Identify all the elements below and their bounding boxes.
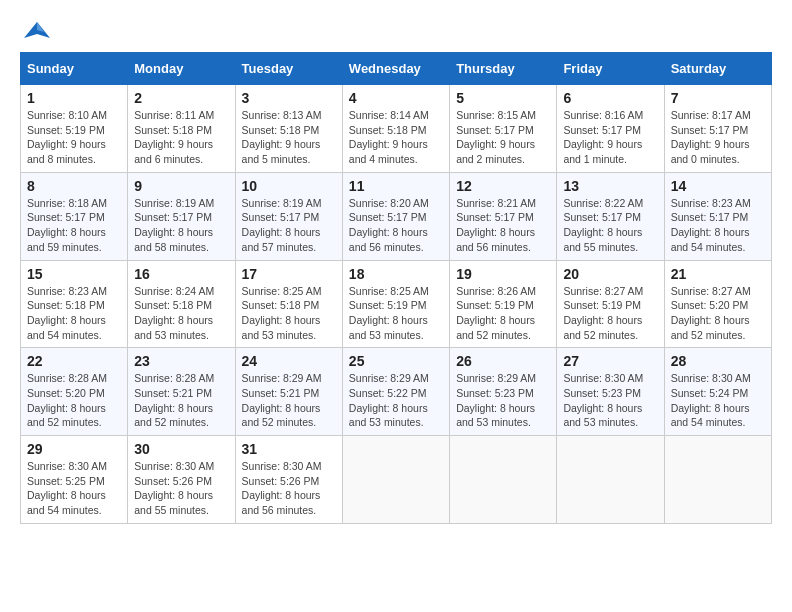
logo: [20, 20, 54, 42]
day-number: 28: [671, 353, 765, 369]
day-number: 9: [134, 178, 228, 194]
day-number: 3: [242, 90, 336, 106]
calendar-cell: 7Sunrise: 8:17 AMSunset: 5:17 PMDaylight…: [664, 85, 771, 173]
day-info: Sunrise: 8:22 AMSunset: 5:17 PMDaylight:…: [563, 196, 657, 255]
day-info: Sunrise: 8:20 AMSunset: 5:17 PMDaylight:…: [349, 196, 443, 255]
calendar-cell: 19Sunrise: 8:26 AMSunset: 5:19 PMDayligh…: [450, 260, 557, 348]
calendar-cell: [450, 436, 557, 524]
day-info: Sunrise: 8:26 AMSunset: 5:19 PMDaylight:…: [456, 284, 550, 343]
calendar-cell: [557, 436, 664, 524]
calendar-cell: 20Sunrise: 8:27 AMSunset: 5:19 PMDayligh…: [557, 260, 664, 348]
day-info: Sunrise: 8:28 AMSunset: 5:21 PMDaylight:…: [134, 371, 228, 430]
day-number: 17: [242, 266, 336, 282]
day-number: 29: [27, 441, 121, 457]
calendar-cell: 5Sunrise: 8:15 AMSunset: 5:17 PMDaylight…: [450, 85, 557, 173]
calendar-cell: 29Sunrise: 8:30 AMSunset: 5:25 PMDayligh…: [21, 436, 128, 524]
day-info: Sunrise: 8:11 AMSunset: 5:18 PMDaylight:…: [134, 108, 228, 167]
page-header: [20, 20, 772, 42]
calendar-cell: 6Sunrise: 8:16 AMSunset: 5:17 PMDaylight…: [557, 85, 664, 173]
day-number: 5: [456, 90, 550, 106]
header-saturday: Saturday: [664, 53, 771, 85]
calendar-cell: [342, 436, 449, 524]
day-number: 7: [671, 90, 765, 106]
day-info: Sunrise: 8:29 AMSunset: 5:23 PMDaylight:…: [456, 371, 550, 430]
day-number: 18: [349, 266, 443, 282]
calendar-cell: 16Sunrise: 8:24 AMSunset: 5:18 PMDayligh…: [128, 260, 235, 348]
day-number: 10: [242, 178, 336, 194]
calendar-cell: 14Sunrise: 8:23 AMSunset: 5:17 PMDayligh…: [664, 172, 771, 260]
calendar-cell: [664, 436, 771, 524]
day-info: Sunrise: 8:30 AMSunset: 5:26 PMDaylight:…: [134, 459, 228, 518]
day-number: 14: [671, 178, 765, 194]
calendar-cell: 2Sunrise: 8:11 AMSunset: 5:18 PMDaylight…: [128, 85, 235, 173]
day-number: 31: [242, 441, 336, 457]
day-number: 1: [27, 90, 121, 106]
day-info: Sunrise: 8:24 AMSunset: 5:18 PMDaylight:…: [134, 284, 228, 343]
calendar-cell: 23Sunrise: 8:28 AMSunset: 5:21 PMDayligh…: [128, 348, 235, 436]
day-info: Sunrise: 8:29 AMSunset: 5:22 PMDaylight:…: [349, 371, 443, 430]
day-info: Sunrise: 8:18 AMSunset: 5:17 PMDaylight:…: [27, 196, 121, 255]
day-number: 4: [349, 90, 443, 106]
calendar-cell: 24Sunrise: 8:29 AMSunset: 5:21 PMDayligh…: [235, 348, 342, 436]
header-thursday: Thursday: [450, 53, 557, 85]
day-number: 11: [349, 178, 443, 194]
day-number: 30: [134, 441, 228, 457]
day-number: 12: [456, 178, 550, 194]
weekday-header-row: Sunday Monday Tuesday Wednesday Thursday…: [21, 53, 772, 85]
day-info: Sunrise: 8:29 AMSunset: 5:21 PMDaylight:…: [242, 371, 336, 430]
day-number: 26: [456, 353, 550, 369]
day-number: 16: [134, 266, 228, 282]
calendar-cell: 28Sunrise: 8:30 AMSunset: 5:24 PMDayligh…: [664, 348, 771, 436]
calendar-cell: 3Sunrise: 8:13 AMSunset: 5:18 PMDaylight…: [235, 85, 342, 173]
day-number: 24: [242, 353, 336, 369]
day-info: Sunrise: 8:27 AMSunset: 5:20 PMDaylight:…: [671, 284, 765, 343]
day-info: Sunrise: 8:28 AMSunset: 5:20 PMDaylight:…: [27, 371, 121, 430]
day-info: Sunrise: 8:14 AMSunset: 5:18 PMDaylight:…: [349, 108, 443, 167]
day-number: 22: [27, 353, 121, 369]
calendar-table: Sunday Monday Tuesday Wednesday Thursday…: [20, 52, 772, 524]
header-sunday: Sunday: [21, 53, 128, 85]
logo-icon: [22, 20, 52, 42]
day-info: Sunrise: 8:23 AMSunset: 5:18 PMDaylight:…: [27, 284, 121, 343]
day-info: Sunrise: 8:15 AMSunset: 5:17 PMDaylight:…: [456, 108, 550, 167]
calendar-cell: 11Sunrise: 8:20 AMSunset: 5:17 PMDayligh…: [342, 172, 449, 260]
day-number: 2: [134, 90, 228, 106]
day-info: Sunrise: 8:30 AMSunset: 5:26 PMDaylight:…: [242, 459, 336, 518]
day-number: 6: [563, 90, 657, 106]
calendar-cell: 18Sunrise: 8:25 AMSunset: 5:19 PMDayligh…: [342, 260, 449, 348]
header-wednesday: Wednesday: [342, 53, 449, 85]
day-info: Sunrise: 8:21 AMSunset: 5:17 PMDaylight:…: [456, 196, 550, 255]
calendar-cell: 4Sunrise: 8:14 AMSunset: 5:18 PMDaylight…: [342, 85, 449, 173]
header-monday: Monday: [128, 53, 235, 85]
calendar-cell: 26Sunrise: 8:29 AMSunset: 5:23 PMDayligh…: [450, 348, 557, 436]
day-number: 21: [671, 266, 765, 282]
calendar-cell: 31Sunrise: 8:30 AMSunset: 5:26 PMDayligh…: [235, 436, 342, 524]
day-number: 27: [563, 353, 657, 369]
calendar-cell: 13Sunrise: 8:22 AMSunset: 5:17 PMDayligh…: [557, 172, 664, 260]
day-info: Sunrise: 8:10 AMSunset: 5:19 PMDaylight:…: [27, 108, 121, 167]
day-number: 23: [134, 353, 228, 369]
day-number: 8: [27, 178, 121, 194]
calendar-cell: 30Sunrise: 8:30 AMSunset: 5:26 PMDayligh…: [128, 436, 235, 524]
calendar-cell: 1Sunrise: 8:10 AMSunset: 5:19 PMDaylight…: [21, 85, 128, 173]
day-info: Sunrise: 8:17 AMSunset: 5:17 PMDaylight:…: [671, 108, 765, 167]
day-info: Sunrise: 8:30 AMSunset: 5:25 PMDaylight:…: [27, 459, 121, 518]
calendar-cell: 15Sunrise: 8:23 AMSunset: 5:18 PMDayligh…: [21, 260, 128, 348]
day-info: Sunrise: 8:25 AMSunset: 5:18 PMDaylight:…: [242, 284, 336, 343]
calendar-cell: 22Sunrise: 8:28 AMSunset: 5:20 PMDayligh…: [21, 348, 128, 436]
day-info: Sunrise: 8:16 AMSunset: 5:17 PMDaylight:…: [563, 108, 657, 167]
day-info: Sunrise: 8:13 AMSunset: 5:18 PMDaylight:…: [242, 108, 336, 167]
day-info: Sunrise: 8:27 AMSunset: 5:19 PMDaylight:…: [563, 284, 657, 343]
calendar-cell: 27Sunrise: 8:30 AMSunset: 5:23 PMDayligh…: [557, 348, 664, 436]
day-number: 25: [349, 353, 443, 369]
day-info: Sunrise: 8:19 AMSunset: 5:17 PMDaylight:…: [134, 196, 228, 255]
calendar-cell: 8Sunrise: 8:18 AMSunset: 5:17 PMDaylight…: [21, 172, 128, 260]
calendar-cell: 17Sunrise: 8:25 AMSunset: 5:18 PMDayligh…: [235, 260, 342, 348]
day-info: Sunrise: 8:25 AMSunset: 5:19 PMDaylight:…: [349, 284, 443, 343]
day-info: Sunrise: 8:23 AMSunset: 5:17 PMDaylight:…: [671, 196, 765, 255]
header-tuesday: Tuesday: [235, 53, 342, 85]
day-number: 20: [563, 266, 657, 282]
day-number: 13: [563, 178, 657, 194]
day-info: Sunrise: 8:30 AMSunset: 5:24 PMDaylight:…: [671, 371, 765, 430]
calendar-cell: 25Sunrise: 8:29 AMSunset: 5:22 PMDayligh…: [342, 348, 449, 436]
